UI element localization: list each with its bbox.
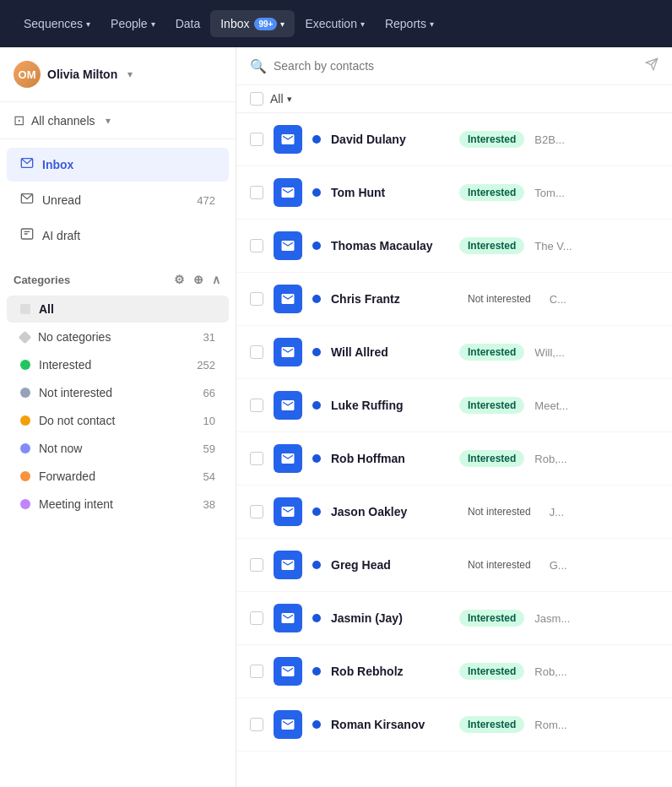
sidebar-item-unread[interactable]: Unread 472: [7, 183, 229, 217]
sidebar-category-interested[interactable]: Interested 252: [7, 351, 229, 378]
contact-checkbox[interactable]: [250, 186, 263, 199]
contact-preview: Jasm...: [534, 612, 658, 625]
sidebar: OM Olivia Milton ▾ ⊡ All channels ▾ Inbo…: [0, 47, 236, 787]
chevron-down-icon: ▾: [287, 94, 292, 105]
inbox-badge: 99+: [254, 18, 277, 30]
send-icon[interactable]: [645, 57, 658, 74]
contact-checkbox[interactable]: [250, 558, 263, 572]
online-dot: [312, 242, 321, 250]
contact-preview: G...: [550, 559, 658, 572]
dot-icon: [20, 360, 30, 370]
table-row[interactable]: Chris Frantz Not interested C...: [236, 273, 672, 326]
online-dot: [312, 561, 321, 569]
category-label: Not now: [39, 442, 195, 455]
channel-label: All channels: [31, 114, 95, 128]
contact-preview: The V...: [534, 240, 658, 252]
email-icon: [274, 551, 302, 579]
nav-sequences[interactable]: Sequences ▾: [14, 10, 100, 37]
chevron-down-icon: ▾: [127, 68, 133, 80]
email-icon: [274, 497, 302, 526]
email-icon: [274, 178, 302, 207]
nav-inbox[interactable]: Inbox 99+ ▾: [210, 10, 295, 37]
category-label: Do not contact: [39, 414, 195, 427]
table-row[interactable]: Thomas Macaulay Interested The V...: [236, 220, 672, 273]
sidebar-user[interactable]: OM Olivia Milton ▾: [0, 47, 236, 102]
table-row[interactable]: Jasmin (Jay) Interested Jasm...: [236, 592, 672, 645]
contact-checkbox[interactable]: [250, 292, 263, 306]
email-icon: [274, 604, 302, 632]
contact-checkbox[interactable]: [250, 345, 263, 359]
table-row[interactable]: Rob Rebholz Interested Rob,...: [236, 645, 672, 698]
contact-checkbox[interactable]: [250, 505, 263, 518]
status-badge: Interested: [459, 450, 524, 467]
search-input[interactable]: [274, 59, 638, 73]
table-row[interactable]: Rob Hoffman Interested Rob,...: [236, 432, 672, 486]
contact-checkbox[interactable]: [250, 133, 263, 146]
contact-checkbox[interactable]: [250, 399, 263, 412]
dot-icon: [20, 499, 30, 509]
status-badge: Interested: [459, 610, 524, 627]
online-dot: [312, 720, 321, 729]
nav-execution[interactable]: Execution ▾: [295, 10, 374, 37]
sidebar-category-do-not-contact[interactable]: Do not contact 10: [7, 407, 229, 434]
sidebar-category-no-categories[interactable]: No categories 31: [7, 323, 229, 350]
table-row[interactable]: Jason Oakley Not interested J...: [236, 486, 672, 539]
contact-name: Chris Frantz: [331, 292, 449, 306]
nav-data[interactable]: Data: [165, 10, 211, 37]
contact-checkbox[interactable]: [250, 452, 263, 465]
sidebar-category-meeting-intent[interactable]: Meeting intent 38: [7, 491, 229, 518]
sidebar-category-not-now[interactable]: Not now 59: [7, 435, 229, 462]
email-icon: [274, 391, 302, 420]
categories-actions: ⚙ ⊕ ∧: [172, 271, 222, 288]
table-row[interactable]: Tom Hunt Interested Tom...: [236, 166, 672, 220]
sidebar-channel-selector[interactable]: ⊡ All channels ▾: [0, 102, 236, 139]
sidebar-item-inbox[interactable]: Inbox: [7, 148, 229, 182]
table-row[interactable]: David Dulany Interested B2B...: [236, 113, 672, 166]
sidebar-category-not-interested[interactable]: Not interested 66: [7, 379, 229, 406]
contact-checkbox[interactable]: [250, 665, 263, 678]
table-row[interactable]: Luke Ruffing Interested Meet...: [236, 379, 672, 432]
add-category-icon[interactable]: ⊕: [192, 271, 205, 288]
filter-all-dropdown[interactable]: All ▾: [270, 92, 292, 106]
collapse-icon[interactable]: ∧: [210, 271, 222, 288]
sidebar-category-forwarded[interactable]: Forwarded 54: [7, 463, 229, 490]
nav-people[interactable]: People ▾: [100, 10, 165, 37]
search-bar: 🔍: [236, 47, 672, 85]
contact-preview: B2B...: [534, 133, 658, 146]
contact-preview: Will,...: [534, 346, 658, 359]
table-row[interactable]: Roman Kirsanov Interested Rom...: [236, 698, 672, 752]
category-count: 66: [203, 387, 215, 399]
user-name: Olivia Milton: [47, 68, 117, 81]
email-icon: [274, 231, 302, 260]
contact-checkbox[interactable]: [250, 239, 263, 252]
sidebar-category-all[interactable]: All: [7, 296, 229, 323]
tag-icon: [20, 304, 30, 314]
chevron-down-icon: ▾: [86, 19, 90, 29]
content-area: 🔍 All ▾ David Dulany Interested B2B...: [236, 47, 672, 787]
categories-title: Categories: [14, 274, 70, 286]
contact-name: Jason Oakley: [331, 505, 449, 518]
online-dot: [312, 614, 321, 622]
contact-name: Will Allred: [331, 345, 449, 359]
avatar: OM: [14, 61, 41, 88]
contact-name: Jasmin (Jay): [331, 611, 449, 625]
online-dot: [312, 667, 321, 676]
nav-reports[interactable]: Reports ▾: [375, 10, 444, 37]
table-row[interactable]: Greg Head Not interested G...: [236, 539, 672, 592]
status-badge: Not interested: [459, 556, 539, 573]
category-label: Meeting intent: [39, 497, 195, 511]
contact-preview: Rom...: [534, 719, 658, 731]
contact-checkbox[interactable]: [250, 611, 263, 625]
contact-preview: Meet...: [534, 399, 658, 412]
select-all-checkbox[interactable]: [250, 92, 263, 106]
table-row[interactable]: Will Allred Interested Will,...: [236, 326, 672, 379]
dot-icon: [20, 388, 30, 398]
contact-checkbox[interactable]: [250, 718, 263, 731]
email-icon: [274, 710, 302, 739]
categories-list: All No categories 31 Interested 252 Not …: [0, 295, 236, 518]
chevron-down-icon: ▾: [151, 19, 155, 29]
gear-icon[interactable]: ⚙: [172, 271, 187, 288]
sidebar-item-ai-draft[interactable]: AI draft: [7, 219, 229, 252]
category-count: 10: [203, 415, 215, 427]
contact-list: David Dulany Interested B2B... Tom Hunt …: [236, 113, 672, 787]
